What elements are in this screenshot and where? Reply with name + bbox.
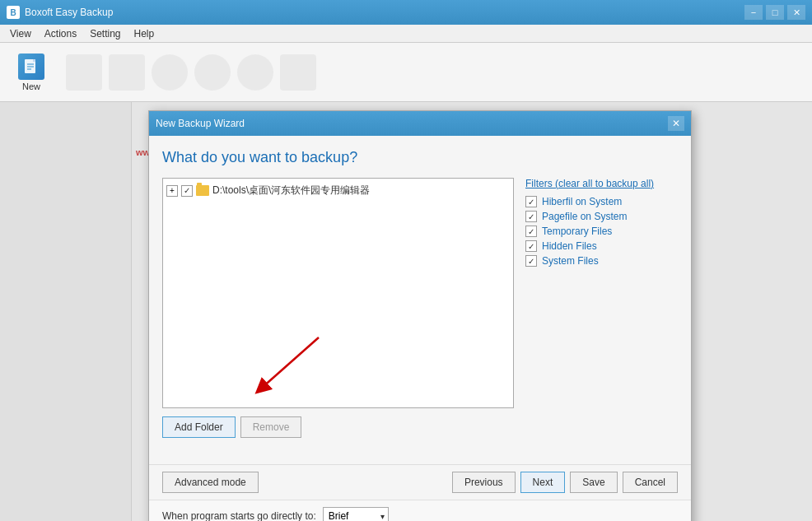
tree-checkbox[interactable] — [181, 185, 193, 197]
title-bar: B Boxoft Easy Backup − □ ✕ — [0, 0, 812, 25]
filter-checkbox-4[interactable] — [525, 255, 537, 267]
filter-label-1[interactable]: Pagefile on System — [542, 211, 627, 222]
tree-label: D:\tools\桌面\河东软件园专用编辑器 — [212, 184, 370, 198]
filter-item-0: Hiberfil on System — [525, 196, 678, 207]
filter-checkbox-1[interactable] — [525, 211, 537, 222]
svg-rect-1 — [33, 59, 35, 62]
filters-title[interactable]: Filters (clear all to backup all) — [525, 178, 678, 189]
dialog-title: New Backup Wizard — [156, 118, 668, 129]
filter-label-2[interactable]: Temporary Files — [542, 226, 612, 237]
toolbar-placeholder-2 — [109, 54, 145, 91]
remove-button[interactable]: Remove — [240, 416, 302, 438]
filter-item-3: Hidden Files — [525, 240, 678, 252]
file-tree-panel[interactable]: + D:\tools\桌面\河东软件园专用编辑器 — [162, 178, 514, 408]
folder-actions: Add Folder Remove — [162, 416, 514, 438]
close-button[interactable]: ✕ — [787, 5, 805, 20]
startup-mode-select[interactable]: Brief Detailed Summary — [323, 507, 389, 521]
dialog-overlay: New Backup Wizard ✕ What do you want to … — [132, 102, 812, 521]
toolbar: New — [0, 43, 812, 102]
toolbar-placeholder-4 — [194, 54, 231, 91]
backup-wizard-dialog: New Backup Wizard ✕ What do you want to … — [148, 110, 692, 521]
add-folder-button[interactable]: Add Folder — [162, 416, 236, 438]
menu-view[interactable]: View — [3, 26, 38, 41]
toolbar-placeholder-1 — [66, 54, 102, 91]
new-label: New — [22, 81, 40, 91]
dialog-title-bar: New Backup Wizard ✕ — [149, 111, 691, 136]
tree-item[interactable]: + D:\tools\桌面\河东软件园专用编辑器 — [166, 182, 510, 199]
app-title: Boxoft Easy Backup — [25, 7, 744, 18]
advanced-mode-button[interactable]: Advanced mode — [162, 472, 259, 493]
menu-bar: View Actions Setting Help — [0, 25, 812, 43]
filter-checkbox-2[interactable] — [525, 226, 537, 237]
app-window: B Boxoft Easy Backup − □ ✕ View Actions … — [0, 0, 812, 521]
new-button[interactable]: New — [7, 48, 56, 97]
footer-select-wrapper: Brief Detailed Summary — [323, 507, 389, 521]
menu-actions[interactable]: Actions — [38, 26, 83, 41]
sidebar-content — [0, 102, 131, 115]
window-controls: − □ ✕ — [744, 5, 805, 20]
dialog-body: What do you want to backup? + D:\tools — [149, 136, 691, 464]
footer-label: When program starts go directly to: — [162, 510, 316, 521]
main-content: www.pc0359.cn New Backup Wizard ✕ What d… — [0, 102, 812, 521]
toolbar-placeholder-5 — [237, 54, 273, 91]
filter-item-2: Temporary Files — [525, 226, 678, 237]
filter-label-4[interactable]: System Files — [542, 255, 599, 267]
filter-label-3[interactable]: Hidden Files — [542, 240, 597, 252]
toolbar-placeholder-6 — [280, 54, 316, 91]
sidebar — [0, 102, 132, 521]
next-button[interactable]: Next — [520, 472, 566, 493]
dialog-close-button[interactable]: ✕ — [668, 116, 684, 131]
maximize-button[interactable]: □ — [766, 5, 784, 20]
content-area: www.pc0359.cn New Backup Wizard ✕ What d… — [132, 102, 812, 521]
toolbar-placeholder-3 — [152, 54, 188, 91]
dialog-footer: Advanced mode Previous Next Save Cancel — [149, 464, 691, 500]
filter-checkbox-0[interactable] — [525, 196, 537, 207]
filters-list: Hiberfil on SystemPagefile on SystemTemp… — [525, 196, 678, 267]
previous-button[interactable]: Previous — [452, 472, 516, 493]
dialog-main-row: + D:\tools\桌面\河东软件园专用编辑器 — [162, 178, 678, 451]
minimize-button[interactable]: − — [744, 5, 763, 20]
new-icon — [18, 53, 44, 80]
filters-panel: Filters (clear all to backup all) Hiberf… — [525, 178, 678, 451]
save-button[interactable]: Save — [570, 472, 617, 493]
tree-expand-button[interactable]: + — [166, 185, 178, 197]
filter-item-4: System Files — [525, 255, 678, 267]
filter-item-1: Pagefile on System — [525, 211, 678, 222]
menu-help[interactable]: Help — [128, 26, 161, 41]
menu-setting[interactable]: Setting — [83, 26, 127, 41]
footer-bottom: When program starts go directly to: Brie… — [149, 500, 691, 521]
folder-icon — [196, 185, 209, 196]
filter-checkbox-3[interactable] — [525, 240, 537, 252]
cancel-button[interactable]: Cancel — [623, 472, 678, 493]
file-tree-container: + D:\tools\桌面\河东软件园专用编辑器 — [162, 178, 514, 451]
dialog-question: What do you want to backup? — [162, 149, 678, 166]
app-icon: B — [7, 6, 20, 19]
filter-label-0[interactable]: Hiberfil on System — [542, 196, 622, 207]
